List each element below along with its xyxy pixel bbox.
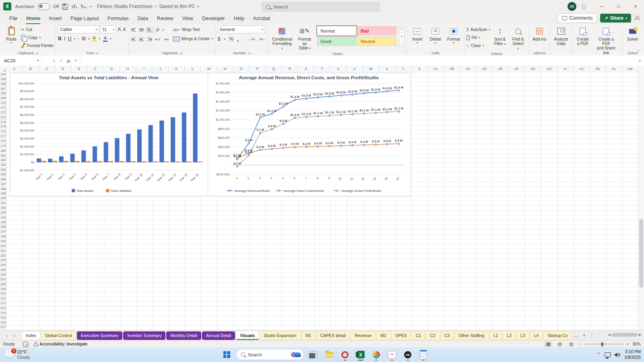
column-header-AI[interactable]: AI <box>557 66 574 72</box>
row-header-176[interactable]: 176 <box>0 129 6 134</box>
avatar[interactable]: JV <box>568 2 576 11</box>
column-header-J[interactable]: J <box>152 66 168 72</box>
accessibility-status[interactable]: Accessibility: Investigate <box>39 342 88 346</box>
font-color-icon[interactable]: A <box>103 36 107 42</box>
task-view-button[interactable] <box>308 349 320 361</box>
vertical-scrollbar-thumb[interactable] <box>639 219 643 288</box>
alignment-dialog-launcher-icon[interactable]: ⇲ <box>180 51 183 55</box>
chrome-button[interactable] <box>370 349 382 361</box>
row-header-167[interactable]: 167 <box>0 86 6 91</box>
menu-tab-developer[interactable]: Developer <box>198 14 229 24</box>
create-pdf-share-button[interactable]: Create a PDFand Share link <box>592 25 620 56</box>
fill-color-icon[interactable]: ◇ <box>92 36 97 41</box>
sheet-tab-m2[interactable]: M2 <box>376 331 390 340</box>
insert-cells-button[interactable]: ← Insert▾ <box>409 25 426 46</box>
hidden-icons-chevron[interactable]: ⌃ <box>597 352 601 357</box>
insert-function-icon[interactable]: fx <box>67 58 71 63</box>
row-header-184[interactable]: 184 <box>0 167 6 172</box>
format-painter-button[interactable]: Format Painter <box>21 42 54 49</box>
row-header-164[interactable]: 164 <box>0 72 6 77</box>
align-left-icon[interactable] <box>131 38 136 41</box>
row-header-202[interactable]: 202 <box>0 253 6 258</box>
column-header-T[interactable]: T <box>314 66 330 72</box>
row-header-215[interactable]: 215 <box>0 315 6 320</box>
row-header-165[interactable]: 165 <box>0 77 6 82</box>
column-header-AD[interactable]: AD <box>476 66 492 72</box>
format-as-table-button[interactable]: ⊞✎ Format asTable ▾ <box>295 25 315 51</box>
hscroll-right-icon[interactable]: ▶ <box>639 333 642 337</box>
autosave-toggle[interactable] <box>38 3 50 10</box>
document-title[interactable]: Fitness Studio Franchises • Saved to thi… <box>97 4 199 9</box>
row-header-179[interactable]: 179 <box>0 144 6 148</box>
comments-button[interactable]: Comments <box>557 13 597 23</box>
row-header-174[interactable]: 174 <box>0 120 6 125</box>
align-center-icon[interactable] <box>139 38 144 41</box>
row-header-214[interactable]: 214 <box>0 311 6 315</box>
sheet-tab-other-staffing[interactable]: Other Staffing <box>454 331 489 340</box>
delete-cells-button[interactable]: × Delete▾ <box>427 25 444 46</box>
decrease-decimal-icon[interactable]: .00→ <box>258 37 266 41</box>
find-select-button[interactable]: Find &Select ▾ <box>510 25 526 51</box>
location-pin-icon[interactable] <box>581 4 587 9</box>
row-header-212[interactable]: 212 <box>0 301 6 306</box>
column-header-O[interactable]: O <box>233 66 250 72</box>
column-header-N[interactable]: N <box>217 66 233 72</box>
column-header-AK[interactable]: AK <box>590 66 606 72</box>
column-header-AH[interactable]: AH <box>541 66 557 72</box>
row-header-204[interactable]: 204 <box>0 263 6 267</box>
row-header-197[interactable]: 197 <box>0 229 6 234</box>
increase-decimal-icon[interactable]: ←.00 <box>247 37 255 41</box>
row-header-182[interactable]: 182 <box>0 158 6 162</box>
row-header-192[interactable]: 192 <box>0 206 6 210</box>
row-header-205[interactable]: 205 <box>0 267 6 272</box>
row-header-186[interactable]: 186 <box>0 177 6 182</box>
addins-button[interactable]: Add-ins <box>531 25 548 42</box>
row-header-185[interactable]: 185 <box>0 172 6 177</box>
row-header-198[interactable]: 198 <box>0 234 6 239</box>
sheet-options-icon[interactable]: ⋮ <box>588 333 597 338</box>
sheet-tab-opex[interactable]: OPEX <box>391 331 411 340</box>
row-header-211[interactable]: 211 <box>0 296 6 301</box>
close-button[interactable]: × <box>627 0 644 13</box>
increase-indent-icon[interactable]: ⇥≡ <box>163 37 169 41</box>
column-header-C[interactable]: C <box>39 66 55 72</box>
new-sheet-button[interactable]: + <box>581 333 588 338</box>
row-header-201[interactable]: 201 <box>0 249 6 253</box>
row-header-194[interactable]: 194 <box>0 215 6 220</box>
row-header-203[interactable]: 203 <box>0 258 6 263</box>
currency-format-icon[interactable]: $ <box>218 36 221 42</box>
decrease-font-icon[interactable]: Aˇ <box>123 27 127 32</box>
column-header-S[interactable]: S <box>298 66 314 72</box>
taskbar-clock[interactable]: 3:10 PM 1/8/2025 <box>624 349 641 360</box>
column-header-H[interactable]: H <box>120 66 136 72</box>
sheet-tab-startup-co[interactable]: Startup Co <box>543 331 572 340</box>
column-headers[interactable]: ABCDEFGHIJKLMNOPQRSTUVWXYZAAABACADAEAFAG… <box>6 66 638 72</box>
font-size-select[interactable]: 11▾ <box>100 25 116 33</box>
enter-formula-icon[interactable]: ✓ <box>59 58 63 63</box>
column-header-M[interactable]: M <box>201 66 217 72</box>
chart-assets-liabilities[interactable]: Total Assets vs Total Liabilities - Annu… <box>10 73 208 196</box>
row-header-195[interactable]: 195 <box>0 220 6 225</box>
excel-taskbar-button[interactable]: X <box>355 349 367 361</box>
sheet-tab-monthly-detail[interactable]: Monthly Detail <box>166 331 201 340</box>
row-header-189[interactable]: 189 <box>0 191 6 196</box>
normal-view-icon[interactable]: ▦ <box>545 341 552 347</box>
sheet-tab-c1[interactable]: C1 <box>412 331 425 340</box>
zoom-slider-thumb[interactable] <box>601 342 603 346</box>
sheet-tab-revenue[interactable]: Revenue <box>351 331 376 340</box>
column-header-U[interactable]: U <box>330 66 347 72</box>
undo-icon[interactable]: ↺▾ <box>71 4 77 9</box>
page-layout-view-icon[interactable]: ▤ <box>556 341 563 347</box>
zoom-slider[interactable]: − + <box>579 342 629 346</box>
column-header-AG[interactable]: AG <box>525 66 541 72</box>
cut-button[interactable]: ✂Cut <box>21 26 54 33</box>
volume-icon[interactable] <box>615 352 620 357</box>
fill-button[interactable]: ↓Fill ▾ <box>466 34 490 41</box>
sheet-tab-annual-detail[interactable]: Annual Detail <box>202 331 235 340</box>
column-header-AL[interactable]: AL <box>606 66 622 72</box>
orientation-icon[interactable]: ab <box>154 27 160 33</box>
create-pdf-button[interactable]: Createa PDF <box>574 25 591 47</box>
copy-button[interactable]: Copy ▾ <box>21 34 54 41</box>
minimize-button[interactable]: ─ <box>593 0 610 13</box>
column-header-I[interactable]: I <box>136 66 152 72</box>
